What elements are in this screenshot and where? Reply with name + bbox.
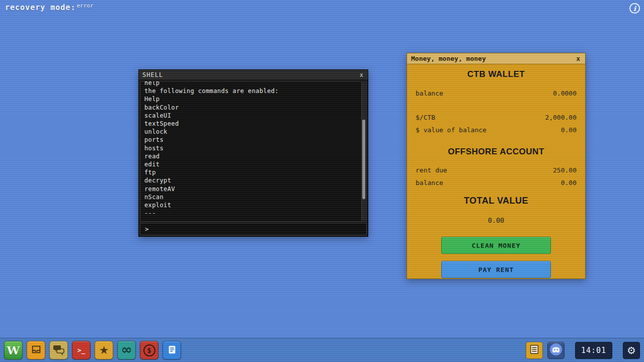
inbox-icon	[31, 344, 42, 357]
ledger-tray-button[interactable]	[526, 342, 543, 359]
wallet-balance-value: 0.0000	[553, 89, 577, 97]
wallet-balance-label: balance	[416, 89, 443, 97]
shell-output[interactable]: help the following commands are enabled:…	[140, 81, 367, 222]
writer-icon: W	[7, 343, 20, 357]
chat-app-button[interactable]	[49, 341, 68, 359]
terminal-app-button[interactable]: >_	[72, 341, 91, 359]
top-status-bar: recovery mode: error i	[0, 0, 644, 15]
shell-window: SHELL x help the following commands are …	[138, 69, 368, 237]
offshore-rent-value: 250.00	[553, 166, 577, 174]
notes-icon	[167, 344, 178, 357]
shell-output-text: help the following commands are enabled:…	[140, 81, 366, 217]
settings-tray-button[interactable]: ⚙	[623, 342, 640, 359]
wallet-balance-row: balance 0.0000	[407, 87, 585, 99]
clock: 14:01	[575, 342, 612, 359]
wallet-dollar-value-value: 0.00	[561, 126, 577, 134]
recovery-mode-status: error	[76, 3, 93, 9]
shell-body: help the following commands are enabled:…	[140, 81, 367, 235]
taskbar: W >_ ★ ∞	[0, 338, 644, 362]
gear-icon: ⚙	[627, 345, 636, 355]
shell-prompt: >	[145, 225, 149, 233]
missions-app-button[interactable]: ★	[95, 341, 113, 359]
taskbar-tray: 14:01 ⚙	[526, 342, 640, 359]
total-value: 0.00	[407, 216, 585, 224]
clean-money-button[interactable]: CLEAN MONEY	[441, 237, 551, 254]
offshore-rent-row: rent due 250.00	[407, 164, 585, 176]
clock-time: 14:01	[581, 346, 606, 355]
discord-tray-button[interactable]	[547, 342, 565, 359]
wallet-dollar-value-label: $ value of balance	[416, 126, 487, 134]
star-icon: ★	[99, 345, 109, 356]
money-window-title: Money, money, money	[411, 55, 486, 62]
list-icon	[529, 344, 540, 357]
shell-input[interactable]: >	[140, 223, 367, 235]
offshore-balance-row: balance 0.00	[407, 177, 585, 189]
money-close-button[interactable]: x	[575, 55, 581, 62]
shell-window-title: SHELL	[142, 71, 163, 78]
shell-close-button[interactable]: x	[359, 71, 364, 78]
shell-scrollbar-thumb[interactable]	[362, 120, 365, 199]
total-value-heading: TOTAL VALUE	[407, 196, 585, 206]
money-titlebar[interactable]: Money, money, money x	[407, 53, 585, 64]
dollar-icon: $	[143, 344, 155, 356]
ctb-wallet-heading: CTB WALLET	[407, 69, 585, 79]
money-window: Money, money, money x CTB WALLET balance…	[407, 53, 586, 279]
browser-app-button[interactable]: ∞	[117, 341, 136, 359]
offshore-balance-value: 0.00	[561, 179, 577, 187]
wallet-dollar-value-row: $ value of balance 0.00	[407, 124, 585, 136]
writer-app-button[interactable]: W	[4, 341, 23, 359]
chat-bubbles-icon	[53, 343, 65, 357]
wallet-rate-value: 2,000.00	[545, 114, 577, 121]
infinity-icon: ∞	[121, 343, 132, 356]
shell-titlebar[interactable]: SHELL x	[139, 70, 368, 80]
recovery-mode-label: recovery mode:	[5, 3, 75, 12]
inbox-app-button[interactable]	[27, 341, 45, 359]
money-app-button[interactable]: $	[140, 341, 158, 359]
offshore-account-heading: OFFSHORE ACCOUNT	[407, 147, 585, 157]
shell-scrollbar[interactable]	[361, 82, 366, 221]
notes-app-button[interactable]	[163, 341, 181, 359]
pay-rent-button[interactable]: PAY RENT	[441, 261, 551, 278]
info-button[interactable]: i	[629, 3, 640, 14]
info-icon: i	[633, 5, 636, 13]
taskbar-apps: W >_ ★ ∞	[4, 341, 181, 359]
terminal-icon: >_	[77, 346, 86, 354]
offshore-rent-label: rent due	[416, 166, 447, 174]
offshore-balance-label: balance	[416, 179, 443, 187]
wallet-rate-label: $/CTB	[416, 114, 435, 121]
wallet-rate-row: $/CTB 2,000.00	[407, 112, 585, 123]
discord-icon	[549, 342, 563, 358]
